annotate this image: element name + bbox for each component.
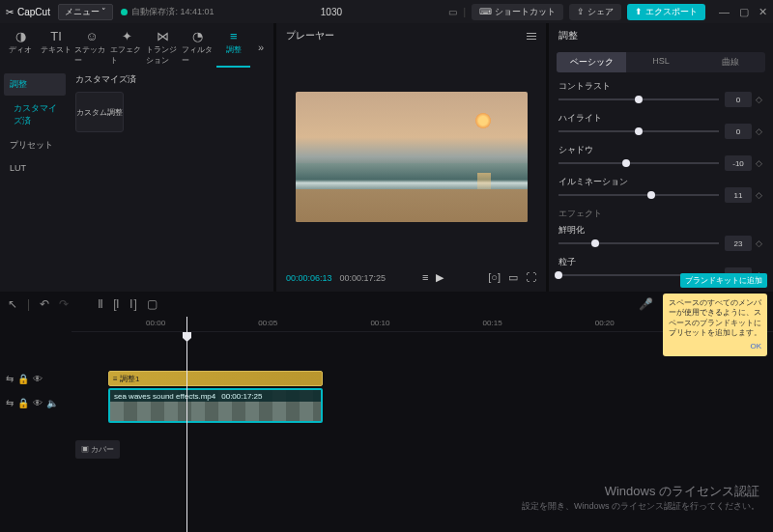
lock2-icon[interactable]: 🔒 [17, 374, 29, 384]
lock-icon[interactable]: ⇆ [6, 398, 14, 408]
tab-adjust[interactable]: ≡調整 [216, 27, 250, 68]
player-header: プレーヤー [276, 23, 546, 48]
export-button[interactable]: ⬆エクスポート [627, 4, 705, 20]
player-controls: 00:00:06:13 00:00:17:25 ≡ ▶ [○] ▭ ⛶ [276, 266, 546, 292]
maximize-icon[interactable]: ▢ [739, 6, 749, 18]
tab-transition[interactable]: ⋈トランジション [146, 27, 180, 68]
adjust-tab-hsl[interactable]: HSL [626, 52, 696, 72]
eye-icon[interactable]: 👁 [33, 398, 43, 408]
thumb-sharpen[interactable] [591, 239, 599, 247]
tab-effect[interactable]: ✦エフェクト [110, 27, 144, 68]
close-icon[interactable]: ✕ [759, 6, 767, 18]
layout-icon[interactable]: ▭ [448, 7, 457, 17]
adjust-tab-basic[interactable]: ベーシック [557, 52, 626, 72]
value-highlight[interactable]: 0 [725, 124, 752, 139]
cover-button[interactable]: ▣ カバー [75, 440, 120, 459]
keyframe-illumination-icon[interactable]: ◇ [756, 191, 763, 199]
track-contrast[interactable] [558, 98, 719, 100]
adjust-tabs: ベーシック HSL 曲線 [557, 52, 765, 72]
split-right-icon[interactable]: Ⅰ] [129, 297, 136, 311]
autosave-dot-icon [121, 9, 128, 15]
slider-illumination: イルミネーション 11 ◇ [558, 176, 763, 200]
track-ctl-video[interactable]: ⇆🔒👁🔈 [0, 395, 68, 411]
player-stage[interactable] [276, 48, 546, 266]
play-icon[interactable]: ▶ [436, 271, 444, 284]
share-button[interactable]: ⇪シェア [569, 4, 621, 20]
ruler-mark: 00:10 [370, 319, 389, 327]
shortcut-button[interactable]: ⌨ショートカット [472, 4, 563, 20]
media-content: カスタマイズ済 カスタム調整 [70, 68, 273, 292]
adjust-title: 調整 [558, 29, 578, 42]
sidebar-item-adjust[interactable]: 調整 [4, 73, 66, 96]
redo-icon[interactable]: ↷ [59, 297, 69, 311]
thumb-shadow[interactable] [622, 159, 630, 167]
brandkit-tooltip: スペースのすべてのメンバーが使用できるように、スペースのブランドキットにプリセッ… [663, 294, 767, 356]
sidebar-item-custom[interactable]: カスタマイズ済 [4, 98, 66, 132]
track-ctl-adjust[interactable]: ⇆🔒👁 [0, 371, 68, 387]
thumb-illumination[interactable] [647, 191, 655, 199]
preset-card-custom[interactable]: カスタム調整 [75, 92, 124, 132]
thumb-highlight[interactable] [635, 127, 643, 135]
lock2-icon[interactable]: 🔒 [17, 398, 29, 408]
clip-adjust[interactable]: ≡ 調整1 [108, 371, 323, 386]
fullscreen-icon[interactable]: ⛶ [526, 271, 536, 284]
tab-filter[interactable]: ◔フィルター [182, 27, 215, 68]
clip-video[interactable]: sea waves sound effects.mp4 00:00:17:25 [108, 388, 323, 423]
timeline[interactable]: 00:00 00:05 00:10 00:15 00:20 00:25 ⇆🔒👁 … [0, 317, 773, 532]
sticker-icon: ☺ [85, 29, 98, 43]
timecode-total: 00:00:17:25 [340, 273, 386, 283]
titlebar: ✂ CapCut メニュー ˅ 自動保存済: 14:41:01 1030 ▭ |… [0, 0, 773, 23]
brandkit-button[interactable]: ブランドキットに追加 [680, 273, 767, 288]
keyframe-sharpen-icon[interactable]: ◇ [756, 239, 763, 247]
eye-icon[interactable]: 👁 [33, 374, 43, 384]
audio-icon: ◑ [15, 29, 26, 43]
minimize-icon[interactable]: — [719, 6, 730, 18]
value-shadow[interactable]: -10 [725, 155, 752, 171]
ratio-icon[interactable]: [○] [488, 271, 501, 284]
track-illumination[interactable] [558, 194, 719, 196]
ruler-mark: 00:20 [595, 319, 615, 327]
prev-frame-icon[interactable]: ≡ [422, 271, 428, 284]
tab-text[interactable]: TIテキスト [40, 27, 73, 68]
divider: | [27, 297, 30, 311]
keyframe-shadow-icon[interactable]: ◇ [756, 159, 763, 167]
tab-sticker[interactable]: ☺ステッカー [74, 27, 108, 68]
main-row: ◑ディオ TIテキスト ☺ステッカー ✦エフェクト ⋈トランジション ◔フィルタ… [0, 23, 773, 292]
project-title[interactable]: 1030 [221, 7, 441, 17]
split-icon[interactable]: Ⅱ [98, 297, 103, 311]
sidebar-item-preset[interactable]: プリセット [4, 134, 66, 156]
split-left-icon[interactable]: [Ⅰ [113, 297, 120, 311]
ruler-mark: 00:15 [483, 319, 502, 327]
quality-icon[interactable]: ▭ [508, 271, 518, 284]
thumb-grain[interactable] [555, 271, 562, 279]
windows-watermark: Windows のライセンス認証 設定を開き、Windows のライセンス認証を… [522, 483, 759, 513]
mute-icon[interactable]: 🔈 [46, 398, 58, 408]
thumb-contrast[interactable] [635, 96, 643, 103]
lock-icon[interactable]: ⇆ [6, 374, 14, 384]
adjust-tab-curve[interactable]: 曲線 [696, 52, 765, 72]
effect-icon: ✦ [122, 29, 132, 43]
value-illumination[interactable]: 11 [725, 187, 752, 203]
select-tool-icon[interactable]: ↖ [8, 297, 17, 311]
value-sharpen[interactable]: 23 [725, 236, 752, 251]
delete-icon[interactable]: ▢ [147, 297, 157, 311]
keyframe-highlight-icon[interactable]: ◇ [756, 127, 763, 135]
undo-icon[interactable]: ↶ [40, 297, 49, 311]
keyframe-contrast-icon[interactable]: ◇ [756, 96, 763, 103]
tooltip-ok-button[interactable]: OK [669, 342, 761, 351]
player-menu-icon[interactable] [527, 33, 536, 40]
tabs-more[interactable]: » [252, 27, 270, 68]
sidebar-item-lut[interactable]: LUT [4, 158, 66, 178]
value-contrast[interactable]: 0 [725, 92, 752, 107]
track-shadow[interactable] [558, 162, 719, 164]
track-highlight[interactable] [558, 130, 719, 132]
menu-button[interactable]: メニュー ˅ [58, 4, 114, 20]
adjust-header: 調整 [549, 23, 773, 48]
clip-duration: 00:00:17:25 [221, 392, 262, 401]
ruler-mark: 00:05 [258, 319, 277, 327]
track-sharpen[interactable] [558, 242, 719, 244]
playhead[interactable] [186, 317, 187, 532]
watermark-subtitle: 設定を開き、Windows のライセンス認証を行ってください。 [522, 500, 759, 513]
tab-audio[interactable]: ◑ディオ [4, 27, 38, 68]
mic-icon[interactable]: 🎤 [639, 297, 653, 311]
